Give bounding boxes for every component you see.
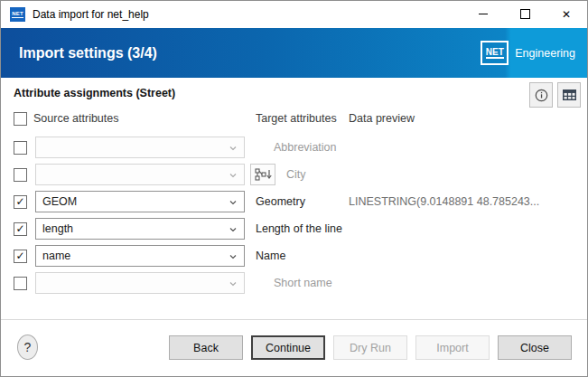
net-engineering-logo: NET Engineering <box>481 28 575 78</box>
column-header-target: Target attributes <box>256 112 337 125</box>
data-import-dialog: NET Data import for net_help ✕ Import se… <box>0 0 588 377</box>
attribute-row-abbreviation: Abbreviation <box>1 134 587 161</box>
target-attribute-label: Short name <box>274 277 332 289</box>
target-attribute-label: Length of the line <box>256 222 342 235</box>
selected-source-value: length <box>42 222 73 235</box>
target-cell: Length of the line <box>245 222 342 235</box>
net-logo-text: Engineering <box>515 47 575 60</box>
source-attribute-select[interactable] <box>35 164 245 185</box>
footer-divider <box>1 319 587 320</box>
row-checkbox[interactable] <box>14 195 27 209</box>
app-net-icon: NET <box>10 7 25 22</box>
attribute-row-city: City <box>1 161 587 188</box>
attribute-row-short-name: Short name <box>1 269 587 297</box>
wizard-step-title: Import settings (3/4) <box>19 45 157 61</box>
continue-button[interactable]: Continue <box>251 335 325 360</box>
section-title: Attribute assignments (Street) <box>14 87 175 99</box>
target-cell: Geometry <box>245 195 305 208</box>
help-button[interactable]: ? <box>17 335 38 360</box>
chevron-down-icon <box>229 253 237 260</box>
selected-source-value: GEOM <box>42 195 77 208</box>
info-circle-icon <box>535 89 548 102</box>
column-header-row: Source attributes Target attributes Data… <box>1 111 587 126</box>
minimize-button[interactable] <box>462 1 504 27</box>
city-lookup-button[interactable] <box>250 164 275 185</box>
close-icon: ✕ <box>562 9 571 20</box>
titlebar: NET Data import for net_help ✕ <box>1 1 587 28</box>
target-attribute-label: Geometry <box>256 195 305 208</box>
attribute-row-geometry: GEOM Geometry LINESTRING(9.0148891 48.78… <box>1 188 587 215</box>
target-attribute-label: City <box>286 168 306 181</box>
row-checkbox[interactable] <box>14 222 27 236</box>
target-attribute-label: Abbreviation <box>274 141 337 154</box>
section-toolbar <box>529 82 581 108</box>
chevron-down-icon <box>229 226 237 233</box>
table-view-button[interactable] <box>557 82 581 108</box>
minimize-icon <box>479 14 488 14</box>
chevron-down-icon <box>229 172 237 179</box>
target-attribute-label: Name <box>256 250 285 262</box>
wizard-header: Import settings (3/4) NET Engineering <box>1 28 587 78</box>
import-button[interactable]: Import <box>415 335 490 360</box>
maximize-button[interactable] <box>504 1 546 27</box>
target-cell: Short name <box>245 277 332 289</box>
column-header-preview: Data preview <box>349 112 415 125</box>
row-checkbox[interactable] <box>14 141 27 155</box>
info-button[interactable] <box>529 82 553 108</box>
target-cell: Name <box>245 250 285 262</box>
target-cell: Abbreviation <box>245 141 337 154</box>
net-logo-box: NET <box>481 41 509 65</box>
footer-buttons: Back Continue Dry Run Import Close <box>169 335 572 360</box>
maximize-icon <box>520 9 530 19</box>
source-attribute-select[interactable] <box>35 137 245 158</box>
column-header-source: Source attributes <box>33 112 119 125</box>
back-button[interactable]: Back <box>169 335 243 360</box>
attribute-rows: Abbreviation <box>1 134 587 297</box>
select-all-checkbox[interactable] <box>14 112 27 126</box>
selected-source-value: name <box>42 250 70 262</box>
target-cell: City <box>245 164 306 185</box>
source-attribute-select[interactable]: GEOM <box>35 191 245 212</box>
attribute-row-length: length Length of the line <box>1 215 587 242</box>
row-checkbox[interactable] <box>14 168 27 182</box>
table-grid-icon <box>563 90 576 100</box>
window-title: Data import for net_help <box>33 8 149 21</box>
source-attribute-select[interactable]: length <box>35 218 245 240</box>
data-preview-value: LINESTRING(9.0148891 48.785243... <box>349 195 539 208</box>
chevron-down-icon <box>229 199 237 206</box>
row-checkbox[interactable] <box>14 277 27 290</box>
source-attribute-select[interactable]: name <box>35 245 245 267</box>
window-controls: ✕ <box>462 1 587 27</box>
close-button[interactable]: ✕ <box>546 1 587 27</box>
chevron-down-icon <box>229 280 237 287</box>
close-dialog-button[interactable]: Close <box>498 335 572 360</box>
row-checkbox[interactable] <box>14 250 27 263</box>
attribute-row-name: name Name <box>1 242 587 269</box>
source-attribute-select[interactable] <box>35 272 245 294</box>
chevron-down-icon <box>229 145 237 152</box>
linked-nodes-down-arrow-icon <box>255 168 272 181</box>
dry-run-button[interactable]: Dry Run <box>333 335 407 360</box>
